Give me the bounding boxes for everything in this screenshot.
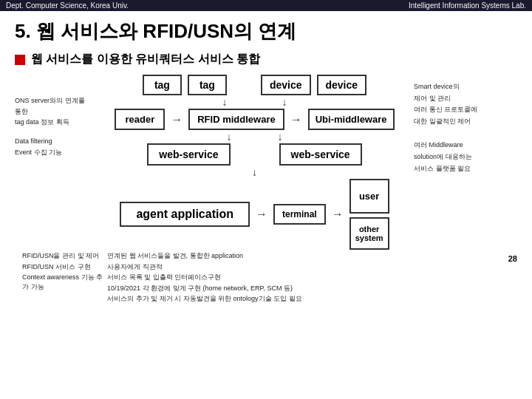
left-annotations: ONS server와의 연계를 통한 tag data 정보 획득 Data … (15, 75, 100, 250)
terminal-box: terminal (273, 204, 326, 225)
device-box-1: device (261, 75, 311, 95)
page-title: 5. 웹 서비스와 RFID/USN의 연계 (15, 18, 517, 44)
tag-box-2: tag (188, 75, 227, 95)
arrow-down-1: ↓ ↓ (222, 96, 287, 108)
bottom-section: RFID/USN을 관리 및 제어 RFID/USN 서비스 구현 Contex… (15, 251, 517, 305)
ubi-middleware-box: Ubi-middleware (308, 109, 395, 130)
arrow-right-2: → (290, 113, 302, 126)
diagram-center: tag tag device device ↓ ↓ reader → RFID … (100, 75, 409, 250)
agent-application-box: agent application (120, 202, 250, 227)
other-system-box: othersystem (349, 217, 389, 250)
red-bullet-icon (15, 55, 25, 65)
user-box: user (349, 179, 389, 214)
web-service-box-2: web-service (279, 143, 362, 166)
header-left: Dept. Computer Science, Korea Univ. (6, 1, 129, 10)
description-text: 연계된 웹 서비스들을 발견, 통합한 application 사용자에게 직관… (107, 251, 501, 305)
web-row: web-service web-service (100, 143, 409, 166)
main-content: 5. 웹 서비스와 RFID/USN의 연계 웹 서비스를 이용한 유비쿼터스 … (0, 11, 532, 310)
right-annotations: Smart device의 제어 및 관리 여러 통신 프로토콜에 대한 일괄적… (414, 75, 517, 250)
header-right: Intelligent Information Systems Lab. (409, 1, 526, 10)
arrow-right-1: → (171, 113, 183, 126)
reader-box: reader (115, 109, 165, 130)
agent-row: agent application → terminal → user othe… (100, 179, 409, 250)
tag-box-1: tag (143, 75, 182, 95)
section-heading: 웹 서비스를 이용한 유비쿼터스 서비스 통합 (15, 52, 517, 67)
diagram-area: ONS server와의 연계를 통한 tag data 정보 획득 Data … (15, 75, 517, 250)
arrow-right-3: → (256, 208, 267, 221)
page-number: 28 (508, 251, 517, 263)
arrow-down-3: ↓ (252, 166, 257, 178)
rfid-middleware-box: RFID middleware (188, 109, 284, 130)
mid-row: reader → RFID middleware → Ubi-middlewar… (100, 109, 409, 130)
arrow-down-2: ↓ ↓ (226, 131, 282, 143)
top-row: tag tag device device (100, 75, 409, 95)
header-bar: Dept. Computer Science, Korea Univ. Inte… (0, 0, 532, 11)
rfid-notes: RFID/USN을 관리 및 제어 RFID/USN 서비스 구현 Contex… (22, 251, 107, 293)
device-box-2: device (317, 75, 367, 95)
arrow-right-4: → (332, 208, 344, 221)
web-service-box-1: web-service (147, 143, 230, 166)
other-system-label: othersystem (355, 225, 383, 242)
